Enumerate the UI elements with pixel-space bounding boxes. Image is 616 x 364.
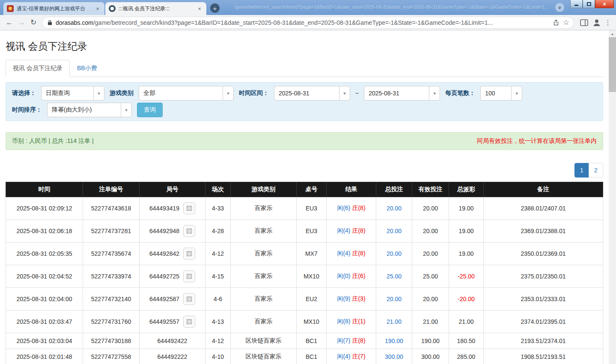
video-replay-icon[interactable]: ⚄ [183, 225, 195, 237]
column-header: 总派彩 [449, 182, 484, 197]
summary-totals: 币别 : 人民币 | 总共 :114 注单 | [12, 137, 94, 145]
cell-bet-id: 522774731760 [83, 311, 140, 333]
cell-note: 1908.51/2193.51 [484, 349, 603, 364]
cell-table: EU3 [297, 220, 327, 243]
cell-time: 2025-08-31 02:09:12 [6, 197, 83, 220]
cell-game-type: 区块链百家乐 [231, 349, 297, 364]
cell-payout: 19.00 [449, 243, 484, 265]
site-favicon [7, 5, 14, 12]
video-replay-icon[interactable]: ⚄ [183, 316, 195, 328]
bet-row: 2025-08-31 02:04:52522774733974644492725… [6, 265, 603, 288]
share-icon[interactable] [553, 19, 559, 26]
tab-bet-records[interactable]: 视讯 会员下注纪录 [6, 60, 70, 77]
tab-search-chevron-icon[interactable]: ∨ [555, 3, 564, 12]
date-range-label: 时间区间： [239, 89, 269, 97]
cell-session: 4-33 [205, 197, 231, 220]
dropdown-caret-icon[interactable]: ▾ [511, 86, 522, 101]
cell-result: 闲(8) 庄(1) [327, 311, 376, 333]
filter-panel: 请选择： ▾ 游戏类别 ▾ 时间区间： ▾ ~ ▾ [6, 82, 603, 121]
game-type-input[interactable] [139, 86, 223, 101]
cell-result: 闲(9) 庄(3) [327, 288, 376, 311]
back-button[interactable]: ← [3, 17, 15, 29]
sidebar-toggle-icon[interactable] [577, 17, 590, 29]
tab-close-icon[interactable]: × [196, 5, 203, 12]
cell-total-bet[interactable]: 190.00 [376, 333, 412, 349]
query-type-label: 请选择： [12, 89, 36, 97]
video-replay-icon[interactable]: ⚄ [183, 293, 195, 305]
maximize-icon [587, 2, 591, 6]
cell-total-bet[interactable]: 20.00 [376, 243, 412, 265]
titlebar-ghost-url: /game/betrecord_search/kind3?page=1&BarI… [235, 4, 552, 9]
new-tab-button[interactable]: + [210, 3, 220, 13]
lock-icon [48, 20, 52, 26]
url-text: dorasabs.com/game/betrecord_search/kind3… [56, 19, 549, 26]
minimize-button[interactable] [570, 0, 583, 8]
column-header: 结果 [327, 182, 376, 197]
dropdown-caret-icon[interactable]: ▾ [223, 86, 234, 101]
pagination: 12 [6, 163, 603, 178]
cell-round: 644492725⚄ [140, 265, 205, 288]
cell-total-bet[interactable]: 20.00 [376, 220, 412, 243]
browser-tab-current[interactable]: :::视讯 会员下注纪录::: × [105, 2, 206, 15]
cell-session: 4-10 [205, 349, 231, 364]
cell-time: 2025-08-31 02:06:18 [6, 220, 83, 243]
address-bar[interactable]: dorasabs.com/game/betrecord_search/kind3… [42, 17, 574, 29]
cell-table: MX7 [297, 243, 327, 265]
profile-avatar-icon[interactable] [590, 17, 603, 29]
date-separator: ~ [355, 90, 359, 97]
cell-table: BC1 [297, 333, 327, 349]
dropdown-caret-icon[interactable]: ▾ [93, 86, 104, 101]
tab-close-icon[interactable]: × [94, 5, 101, 12]
browser-tab-strip: 通宝-信誉最好的网上游戏平台 × :::视讯 会员下注纪录::: × + /ga… [0, 0, 616, 15]
cell-time: 2025-08-31 02:05:35 [6, 243, 83, 265]
forward-button[interactable]: → [15, 17, 27, 29]
scroll-up-arrow-icon[interactable]: ▲ [609, 30, 616, 37]
cell-table: EU3 [297, 197, 327, 220]
column-header: 有效投注 [412, 182, 449, 197]
reload-button[interactable]: ↻ [27, 17, 39, 29]
column-header: 游戏类别 [231, 182, 297, 197]
date-end-input[interactable] [364, 86, 429, 101]
page-tabs: 视讯 会员下注纪录 BB小费 [6, 60, 603, 77]
cell-game-type: 百家乐 [231, 288, 297, 311]
cell-note: 2369.01/2388.01 [484, 220, 603, 243]
bet-table: 时间注单编号局号场次游戏类别桌号结果总投注有效投注总派彩备注 2025-08-3… [6, 182, 603, 364]
sort-input[interactable] [47, 103, 121, 117]
browser-tab-home[interactable]: 通宝-信誉最好的网上游戏平台 × [3, 2, 104, 15]
query-type-input[interactable] [41, 86, 93, 101]
cell-total-bet[interactable]: 25.00 [376, 265, 412, 288]
video-replay-icon[interactable]: ⚄ [183, 202, 195, 214]
close-button[interactable]: × [595, 0, 614, 8]
scrollbar-thumb[interactable] [609, 37, 616, 92]
tab-title: 通宝-信誉最好的网上游戏平台 [17, 5, 91, 12]
maximize-button[interactable] [583, 0, 595, 8]
video-replay-icon[interactable]: ⚄ [183, 270, 195, 282]
column-header: 桌号 [297, 182, 327, 197]
bookmark-star-icon[interactable]: ☆ [563, 19, 569, 26]
cell-total-bet[interactable]: 21.00 [376, 311, 412, 333]
dropdown-caret-icon[interactable]: ▾ [121, 103, 132, 117]
cell-round: 644492842⚄ [140, 243, 205, 265]
cell-time: 2025-08-31 02:03:04 [6, 333, 83, 349]
game-type-select: ▾ [139, 86, 234, 101]
menu-kebab-icon[interactable]: ⋮ [603, 18, 613, 27]
video-replay-icon[interactable]: ⚄ [183, 248, 195, 260]
date-start-input[interactable] [274, 86, 339, 101]
search-button[interactable]: 查询 [137, 103, 163, 117]
cell-valid-bet: 20.00 [412, 243, 449, 265]
dropdown-caret-icon[interactable]: ▾ [429, 86, 440, 101]
column-header: 备注 [484, 182, 603, 197]
page-scrollbar[interactable]: ▲ [609, 30, 616, 364]
cell-valid-bet: 300.00 [412, 349, 449, 364]
pagination-page-1[interactable]: 1 [574, 163, 589, 178]
cell-note: 2350.01/2369.01 [484, 243, 603, 265]
dropdown-caret-icon[interactable]: ▾ [339, 86, 350, 101]
cell-total-bet[interactable]: 20.00 [376, 197, 412, 220]
per-page-input[interactable] [480, 86, 511, 101]
tab-bb-tips[interactable]: BB小费 [70, 60, 104, 77]
bet-row: 2025-08-31 02:05:35522774735674644492842… [6, 243, 603, 265]
bet-table-header-row: 时间注单编号局号场次游戏类别桌号结果总投注有效投注总派彩备注 [6, 182, 603, 197]
cell-total-bet[interactable]: 300.00 [376, 349, 412, 364]
pagination-page-2[interactable]: 2 [589, 163, 603, 178]
cell-total-bet[interactable]: 20.00 [376, 288, 412, 311]
